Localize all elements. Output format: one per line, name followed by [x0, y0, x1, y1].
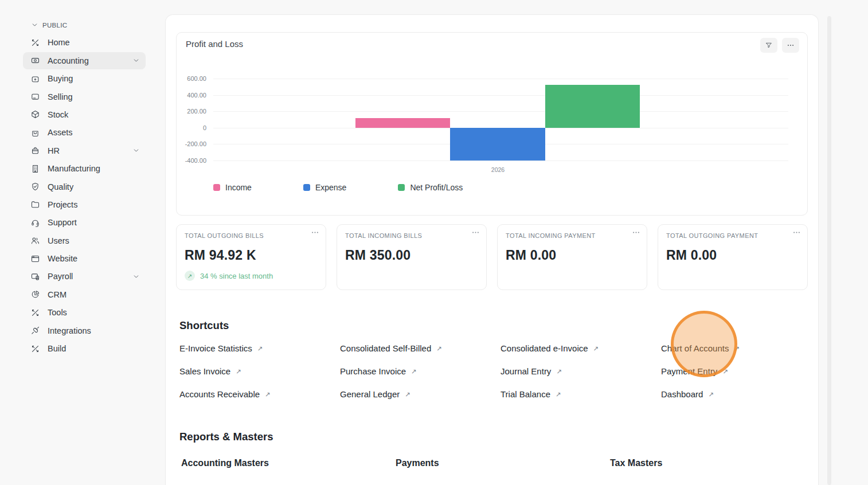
- chart-title: Profit and Loss: [186, 39, 243, 49]
- integrations-icon: [30, 326, 40, 335]
- stock-icon: [30, 109, 40, 119]
- chevron-down-icon: [31, 21, 38, 29]
- legend-label: Net Profit/Loss: [410, 183, 463, 192]
- shortcut-link-general-ledger[interactable]: General Ledger↗: [340, 389, 410, 399]
- filter-button[interactable]: [760, 38, 777, 53]
- sidebar-item-stock[interactable]: Stock: [23, 106, 146, 123]
- sidebar-item-hr[interactable]: HR: [23, 142, 146, 159]
- sidebar-item-integrations[interactable]: Integrations: [23, 322, 146, 339]
- stat-card-total-incoming-bills: TOTAL INCOMING BILLSRM 350.00: [337, 224, 487, 290]
- report-group-payments: Payments: [396, 458, 610, 468]
- shortcut-link-consolidated-self-billed[interactable]: Consolidated Self-Billed↗: [340, 343, 442, 353]
- sidebar-item-support[interactable]: Support: [23, 214, 146, 231]
- card-menu-button[interactable]: [469, 228, 482, 238]
- shortcut-link-e-invoice-statistics[interactable]: E-Invoice Statistics↗: [179, 343, 263, 353]
- selling-icon: [30, 92, 40, 101]
- payroll-icon: [30, 272, 40, 281]
- sidebar-item-payroll[interactable]: Payroll: [23, 268, 146, 285]
- sidebar-item-tools[interactable]: Tools: [23, 304, 146, 321]
- sidebar-item-crm[interactable]: CRM: [23, 286, 146, 303]
- shortcut-link-journal-entry[interactable]: Journal Entry↗: [501, 366, 562, 376]
- scrollbar-thumb[interactable]: [827, 16, 831, 485]
- shortcut-link-trial-balance[interactable]: Trial Balance↗: [501, 389, 561, 399]
- sidebar-item-projects[interactable]: Projects: [23, 196, 146, 213]
- trend-badge: ↗34 % since last month: [185, 271, 318, 281]
- support-icon: [30, 218, 40, 228]
- sidebar-section-public[interactable]: PUBLIC: [0, 0, 165, 33]
- ellipsis-icon: [787, 41, 795, 49]
- shortcut-label: Payment Entry: [661, 366, 717, 376]
- shortcut-cell: General Ledger↗: [340, 389, 501, 400]
- external-link-icon: ↗: [556, 390, 561, 398]
- sidebar-item-label: Accounting: [48, 56, 89, 65]
- shortcut-link-purchase-invoice[interactable]: Purchase Invoice↗: [340, 366, 417, 376]
- sidebar-item-label: Integrations: [48, 326, 91, 335]
- legend-label: Expense: [315, 183, 346, 192]
- shortcut-cell: Journal Entry↗: [501, 366, 661, 377]
- bar-income: [355, 118, 450, 128]
- quality-icon: [30, 182, 40, 191]
- bar-expense: [450, 128, 545, 161]
- y-axis-tick: 400.00: [177, 92, 206, 99]
- sidebar-item-label: Users: [48, 236, 69, 245]
- sidebar-item-manufacturing[interactable]: Manufacturing: [23, 160, 146, 177]
- sidebar-item-selling[interactable]: Selling: [23, 88, 146, 105]
- shortcut-link-dashboard[interactable]: Dashboard↗: [661, 389, 714, 399]
- stat-card-value: RM 350.00: [345, 248, 478, 263]
- shortcuts-grid: E-Invoice Statistics↗Consolidated Self-B…: [179, 337, 822, 406]
- sidebar-item-website[interactable]: Website: [23, 250, 146, 267]
- sidebar-item-users[interactable]: Users: [23, 232, 146, 249]
- sidebar-item-label: Home: [48, 38, 70, 47]
- shortcut-link-chart-of-accounts[interactable]: Chart of Accounts↗: [661, 343, 740, 353]
- shortcut-cell: Consolidated e-Invoice↗: [501, 343, 661, 354]
- stat-card-label: TOTAL OUTGOING BILLS: [185, 232, 318, 239]
- shortcut-cell: Chart of Accounts↗: [661, 343, 822, 354]
- sidebar-item-accounting[interactable]: Accounting: [23, 52, 146, 69]
- report-group-tax-masters: Tax Masters: [610, 458, 824, 468]
- external-link-icon: ↗: [236, 367, 241, 376]
- external-link-icon: ↗: [405, 390, 410, 398]
- y-axis-tick: -400.00: [177, 157, 206, 164]
- sidebar-item-build[interactable]: Build: [23, 340, 146, 357]
- shortcut-label: Trial Balance: [501, 389, 550, 399]
- stat-card-label: TOTAL INCOMING PAYMENT: [506, 232, 639, 239]
- crm-icon: [30, 290, 40, 299]
- external-link-icon: ↗: [722, 367, 728, 376]
- shortcut-link-accounts-receivable[interactable]: Accounts Receivable↗: [179, 389, 271, 399]
- stat-card-total-incoming-payment: TOTAL INCOMING PAYMENTRM 0.00: [497, 224, 647, 290]
- stat-card-value: RM 0.00: [506, 248, 639, 263]
- external-link-icon: ↗: [708, 390, 714, 398]
- hr-icon: [30, 146, 40, 155]
- shortcut-cell: Payment Entry↗: [661, 366, 822, 377]
- manufacturing-icon: [30, 164, 40, 174]
- y-axis-tick: 0: [177, 124, 206, 131]
- card-menu-button[interactable]: [790, 228, 803, 238]
- sidebar-item-assets[interactable]: Assets: [23, 124, 146, 141]
- sidebar-item-home[interactable]: Home: [23, 34, 146, 51]
- reports-masters-grid: Accounting MastersPaymentsTax Masters: [181, 458, 824, 468]
- shortcut-link-sales-invoice[interactable]: Sales Invoice↗: [179, 366, 241, 376]
- main-panel: Profit and Loss 600.00400.00200.000-200.…: [165, 14, 819, 485]
- sidebar-item-quality[interactable]: Quality: [23, 178, 146, 195]
- external-link-icon: ↗: [257, 345, 263, 353]
- legend-label: Income: [225, 183, 252, 192]
- profit-and-loss-card: Profit and Loss 600.00400.00200.000-200.…: [176, 32, 808, 216]
- sidebar-item-buying[interactable]: Buying: [23, 70, 146, 87]
- card-menu-button[interactable]: [630, 228, 642, 238]
- stat-card-total-outgoing-bills: TOTAL OUTGOING BILLSRM 94.92 K↗34 % sinc…: [176, 224, 326, 290]
- shortcut-link-consolidated-e-invoice[interactable]: Consolidated e-Invoice↗: [501, 343, 599, 353]
- trend-text: 34 % since last month: [200, 272, 273, 280]
- sidebar-item-label: Support: [48, 218, 77, 227]
- ellipsis-icon: [632, 228, 640, 237]
- sidebar-item-label: Tools: [48, 308, 67, 317]
- sidebar-nav: HomeAccountingBuyingSellingStockAssetsHR…: [0, 34, 165, 357]
- sidebar-item-label: Buying: [48, 74, 73, 83]
- shortcut-link-payment-entry[interactable]: Payment Entry↗: [661, 366, 728, 376]
- card-menu-button[interactable]: [308, 228, 321, 238]
- sidebar-item-label: Quality: [48, 182, 73, 191]
- chevron-down-icon: [132, 273, 140, 280]
- chart-menu-button[interactable]: [782, 38, 799, 53]
- assets-icon: [30, 128, 40, 138]
- sidebar-item-label: Selling: [48, 92, 73, 101]
- sidebar-section-label: PUBLIC: [42, 22, 67, 29]
